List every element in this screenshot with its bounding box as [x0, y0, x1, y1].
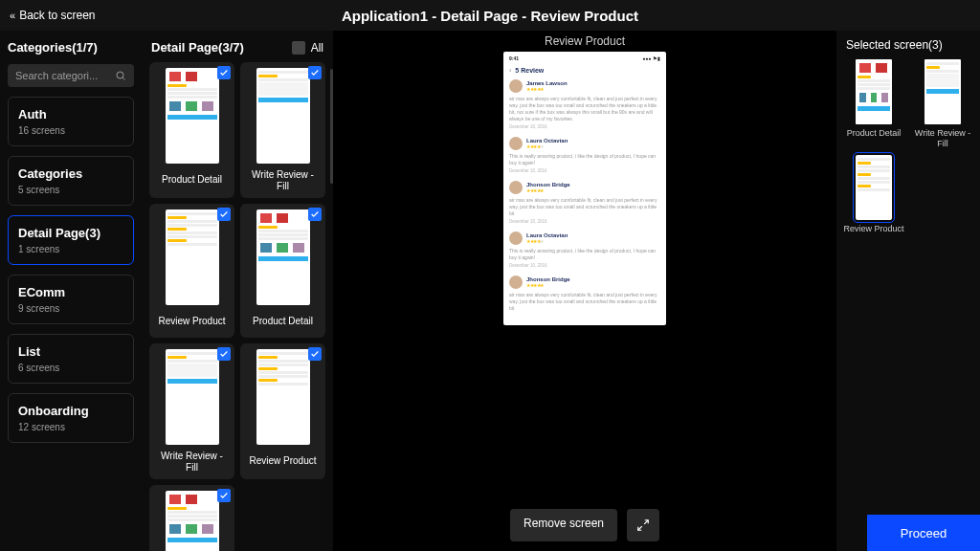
review-text: air max are always very comfortable fit,…	[509, 96, 660, 122]
review-item: Jhonson Bridge ★★★★★ air max are always …	[509, 181, 660, 224]
review-date: December 10, 2016	[509, 219, 660, 224]
gallery-panel: Detail Page(3/7) All Product Detail Writ…	[142, 31, 333, 551]
category-count: 9 screens	[18, 303, 123, 314]
thumbnail-card[interactable]: Review Product	[149, 204, 234, 338]
thumbnail-label: Review Product	[158, 311, 225, 332]
avatar	[509, 231, 523, 245]
thumbnail-image	[166, 209, 219, 305]
review-item: Laura Octavian ★★★★★ This is really amaz…	[509, 137, 660, 173]
svg-line-2	[644, 520, 648, 524]
selected-thumbnail[interactable]: Product Detail	[842, 59, 905, 149]
selected-label: Product Detail	[847, 128, 902, 139]
phone-mockup: 9:41 ●●● ⚑ ▮ ‹ 5 Review James Lawson ★★★…	[503, 52, 666, 325]
thumbnail-image	[256, 68, 310, 164]
remove-label: Remove screen	[523, 517, 604, 530]
svg-line-3	[638, 526, 642, 530]
check-icon	[308, 66, 322, 79]
app-header: « Back to screen Application1 - Detail P…	[0, 0, 980, 31]
selected-title: Selected screen(3)	[842, 38, 974, 59]
gallery-title: Detail Page(3/7)	[151, 40, 244, 55]
proceed-button[interactable]: Proceed	[867, 515, 980, 551]
selected-image	[856, 155, 892, 220]
thumbnail-card[interactable]: Product Detail	[149, 62, 234, 198]
thumbnail-label: Write Review - Fill	[155, 451, 229, 474]
star-rating: ★★★★★	[526, 86, 568, 92]
thumbnail-image	[256, 209, 310, 305]
category-item-auth[interactable]: Auth 16 screens	[8, 97, 134, 146]
category-name: Detail Page(3)	[18, 226, 123, 240]
star-rating: ★★★★★	[526, 143, 568, 149]
proceed-label: Proceed	[901, 526, 947, 540]
category-name: EComm	[18, 285, 123, 299]
check-icon	[217, 489, 231, 502]
review-date: December 10, 2016	[509, 124, 660, 129]
preview-panel: Review Product 9:41 ●●● ⚑ ▮ ‹ 5 Review J…	[333, 31, 836, 551]
search-icon	[115, 70, 126, 81]
review-text: air max are always very comfortable fit,…	[509, 292, 660, 312]
selected-thumbnail[interactable]: Review Product	[842, 155, 905, 234]
search-input[interactable]: Search categori...	[8, 64, 134, 87]
phone-time: 9:41	[509, 55, 519, 61]
review-text: This is really amazing product, i like t…	[509, 153, 660, 166]
thumbnail-card[interactable]	[149, 485, 234, 551]
expand-icon	[636, 518, 650, 532]
selected-image	[924, 59, 961, 124]
review-text: air max are always very comfortable fit,…	[509, 197, 660, 217]
back-label: Back to screen	[19, 9, 95, 22]
star-rating: ★★★★★	[526, 282, 570, 288]
review-item: James Lawson ★★★★★ air max are always ve…	[509, 79, 660, 129]
category-item-list[interactable]: List 6 screens	[8, 334, 134, 384]
category-count: 5 screens	[18, 185, 123, 195]
thumbnail-card[interactable]: Write Review - Fill	[149, 343, 234, 479]
thumbnail-label: Product Detail	[253, 311, 313, 332]
review-date: December 10, 2016	[509, 263, 660, 268]
search-placeholder: Search categori...	[15, 70, 115, 81]
category-count: 12 screens	[18, 422, 123, 432]
thumbnail-image	[256, 349, 310, 445]
thumbnail-card[interactable]: Write Review - Fill	[240, 62, 325, 198]
thumbnail-image	[166, 68, 219, 164]
expand-button[interactable]	[627, 509, 659, 541]
category-name: Onboarding	[18, 404, 123, 418]
avatar	[509, 276, 523, 289]
category-count: 6 screens	[18, 363, 123, 373]
thumbnail-label: Product Detail	[162, 169, 222, 190]
check-icon	[217, 347, 231, 361]
selected-label: Write Review - Fill	[911, 128, 974, 149]
thumbnail-card[interactable]: Review Product	[240, 343, 325, 479]
avatar	[509, 181, 523, 194]
back-button[interactable]: « Back to screen	[10, 9, 96, 22]
avatar	[509, 79, 523, 93]
check-icon	[308, 208, 322, 221]
check-icon	[308, 347, 322, 361]
back-arrow-icon: ‹	[509, 67, 511, 74]
chevron-left-double-icon: «	[10, 10, 11, 21]
svg-line-1	[122, 77, 124, 79]
select-all-toggle[interactable]: All	[292, 41, 323, 55]
preview-label: Review Product	[545, 34, 625, 48]
selected-thumbnail[interactable]: Write Review - Fill	[911, 59, 974, 149]
all-label: All	[311, 41, 323, 55]
selected-image	[856, 59, 892, 124]
remove-screen-button[interactable]: Remove screen	[510, 509, 617, 541]
category-count: 16 screens	[18, 125, 123, 136]
selected-sidebar: Selected screen(3) Product Detail Write …	[836, 31, 980, 551]
category-name: Auth	[18, 107, 123, 121]
review-date: December 10, 2016	[509, 168, 660, 173]
thumbnail-label: Review Product	[249, 451, 316, 472]
category-item-onboarding[interactable]: Onboarding 12 screens	[8, 393, 134, 443]
category-item-detail-page-3-[interactable]: Detail Page(3) 1 screens	[8, 215, 134, 265]
checkbox-icon	[292, 41, 305, 55]
categories-sidebar: Categories(1/7) Search categori... Auth …	[0, 31, 142, 551]
category-item-categories[interactable]: Categories 5 screens	[8, 156, 134, 206]
review-item: Laura Octavian ★★★★★ This is really amaz…	[509, 231, 660, 268]
category-count: 1 screens	[18, 244, 123, 254]
thumbnail-label: Write Review - Fill	[246, 169, 320, 192]
thumbnail-image	[166, 491, 219, 551]
category-name: List	[18, 344, 123, 359]
category-item-ecomm[interactable]: EComm 9 screens	[8, 275, 134, 324]
status-icons: ●●● ⚑ ▮	[642, 55, 660, 61]
selected-label: Review Product	[843, 224, 903, 234]
thumbnail-card[interactable]: Product Detail	[240, 204, 325, 338]
star-rating: ★★★★★	[526, 187, 570, 193]
